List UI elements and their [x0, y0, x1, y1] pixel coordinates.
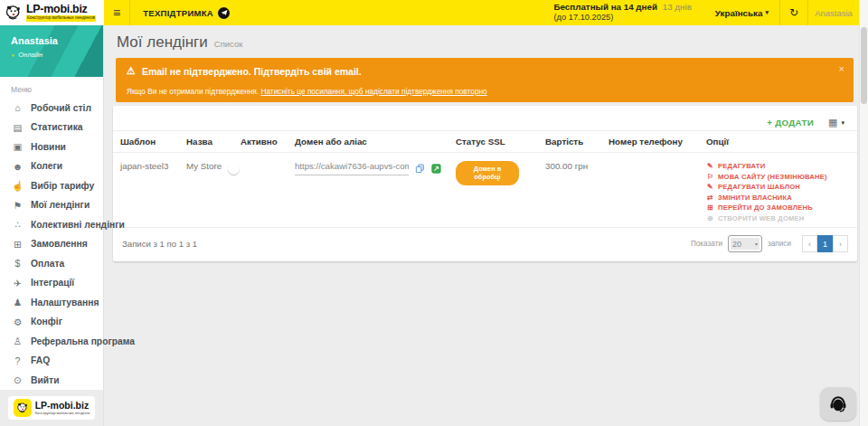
- create-web-domain-option: ⊕СТВОРИТИ WEB ДОМЕН: [706, 213, 850, 224]
- col-options: Опції: [699, 131, 857, 153]
- sidebar-nav: ⌂Робочий стіл ▤Статистика ▣Новини ☻Колег…: [0, 99, 103, 391]
- cart-icon: ⊞: [706, 203, 714, 213]
- sidebar-footer-logo: LP-mobi.biz Конструктор мобільних лендін…: [8, 396, 96, 420]
- close-icon[interactable]: ×: [839, 63, 844, 74]
- sidebar-item-dashboard[interactable]: ⌂Робочий стіл: [0, 99, 103, 118]
- sidebar-item-config[interactable]: ⚙Конфіг: [0, 312, 103, 332]
- telegram-icon: [218, 7, 230, 19]
- col-active: Активно: [233, 131, 288, 153]
- sidebar-item-logout[interactable]: ⊙Вийти: [0, 371, 103, 391]
- main-content: Мої лендінги Список ⚠ Email не підтвердж…: [104, 25, 859, 426]
- dollar-icon: $: [12, 258, 24, 269]
- chevron-down-icon: ▾: [755, 241, 758, 247]
- page-title: Мої лендінги: [117, 33, 208, 52]
- support-label: ТЕХПІДТРИМКА: [143, 8, 213, 18]
- col-phone: Номер телефону: [601, 131, 699, 153]
- sidebar-footer: LP-mobi.biz Конструктор мобільних лендін…: [0, 390, 103, 426]
- change-owner-option[interactable]: ⇄ЗМІНИТИ ВЛАСНИКА: [706, 193, 850, 204]
- sidebar-item-collective-landings[interactable]: ∴Колективні лендінги: [0, 215, 103, 235]
- integrations-icon: ✈: [12, 278, 24, 289]
- account-menu[interactable]: Anastasia: [808, 8, 859, 18]
- sidebar-item-my-landings[interactable]: ⚑Мої лендінги: [0, 195, 103, 215]
- pagination: ‹ 1 ›: [802, 235, 848, 252]
- row-options: ✎РЕДАГУВАТИ ⚐МОВА САЙТУ (НЕЗМІНЮВАНЕ) ✎Р…: [706, 161, 850, 223]
- dog-logo-icon: [5, 4, 23, 22]
- cell-price: 300.00 грн: [538, 153, 601, 228]
- edit-option[interactable]: ✎РЕДАГУВАТИ: [706, 161, 850, 172]
- records-info: Записи з 1 по 1 з 1: [122, 239, 197, 249]
- col-domain: Домен або аліас: [288, 131, 448, 153]
- sidebar-user-name: Anastasia: [11, 35, 103, 46]
- language-selector[interactable]: Українська ▾: [704, 8, 779, 18]
- resend-confirmation-link[interactable]: Натисніть це посилання, щоб надіслати пі…: [260, 87, 486, 96]
- brand-logo[interactable]: LP-mobi.biz Конструктор мобильных лендин…: [0, 0, 104, 25]
- landings-icon: ⚑: [12, 200, 24, 211]
- sidebar-user-panel: Anastasia ● Онлайн: [0, 25, 103, 77]
- sidebar-item-faq[interactable]: ?FAQ: [0, 351, 103, 371]
- question-icon: ?: [12, 355, 24, 366]
- sidebar-item-statistics[interactable]: ▤Статистика: [0, 118, 103, 137]
- dog-logo-icon: [14, 399, 32, 417]
- cell-phone: [601, 153, 699, 228]
- table-header-row: Шаблон Назва Активно Домен або аліас Ста…: [113, 131, 857, 153]
- page-size-select[interactable]: 20 ▾: [728, 235, 762, 252]
- support-button[interactable]: ТЕХПІДТРИМКА: [130, 7, 242, 19]
- column-settings-button[interactable]: ▦ ▾: [828, 117, 844, 128]
- online-status-icon: ●: [11, 52, 14, 58]
- show-label: Показати: [691, 240, 722, 248]
- sidebar-item-payment[interactable]: $Оплата: [0, 254, 103, 274]
- person-add-icon: ♙: [12, 336, 24, 346]
- open-site-icon[interactable]: [431, 164, 441, 175]
- domain-link[interactable]: https://cakawi7636-aupvs-com-42: [295, 161, 409, 175]
- sidebar-item-integrations[interactable]: ✈Інтеграції: [0, 273, 103, 293]
- cell-name: My Store: [179, 153, 233, 228]
- support-chat-widget[interactable]: [820, 387, 856, 421]
- prev-page-button[interactable]: ‹: [802, 235, 817, 252]
- edit-template-option[interactable]: ✎РЕДАГУВАТИ ШАБЛОН: [706, 182, 850, 193]
- sidebar-item-orders[interactable]: ⊞Замовлення: [0, 234, 103, 254]
- flag-icon: ⚐: [706, 172, 714, 183]
- colleagues-icon: ☻: [12, 161, 24, 172]
- sidebar-item-news[interactable]: ▣Новини: [0, 137, 103, 157]
- email-alert: ⚠ Email не підтверджено. Підтвердіть сві…: [116, 58, 854, 102]
- add-landing-button[interactable]: + ДОДАТИ: [767, 118, 814, 128]
- edit-icon: ✎: [706, 161, 714, 172]
- swap-icon: ⇄: [706, 193, 714, 204]
- news-icon: ▣: [12, 141, 24, 152]
- sidebar-item-settings[interactable]: ♟Налаштування: [0, 293, 103, 313]
- share-icon: ∴: [12, 219, 24, 230]
- scrollbar-thumb[interactable]: [861, 27, 867, 104]
- sidebar-item-tariff[interactable]: ☝Вибір тарифу: [0, 176, 103, 196]
- sidebar-item-referral[interactable]: ♙Реферальна програма: [0, 332, 103, 352]
- chevron-down-icon: ▾: [765, 9, 769, 16]
- go-to-orders-option[interactable]: ⊞ПЕРЕЙТИ ДО ЗАМОВЛЕНЬ: [706, 203, 850, 213]
- col-name: Назва: [179, 131, 233, 153]
- language-label: Українська: [715, 8, 763, 18]
- headset-icon: [828, 394, 848, 414]
- alert-body-text: Якщо Ви не отримали підтвердження.: [127, 87, 260, 96]
- footer-brand-subtitle: Конструктор мобільних лендінгів: [35, 412, 90, 415]
- grid-icon: ▦: [828, 117, 837, 128]
- records-label: записи: [768, 240, 791, 248]
- sidebar: Anastasia ● Онлайн Меню ⌂Робочий стіл ▤С…: [0, 25, 104, 426]
- footer-brand-title: LP-mobi.biz: [35, 401, 90, 411]
- ssl-status-badge: Домен в обробці: [456, 161, 519, 185]
- thumb-up-icon: ☝: [12, 180, 24, 192]
- warning-icon: ⚠: [127, 65, 136, 77]
- refresh-icon[interactable]: ↻: [780, 6, 807, 19]
- next-page-button[interactable]: ›: [833, 235, 848, 252]
- site-language-option[interactable]: ⚐МОВА САЙТУ (НЕЗМІНЮВАНЕ): [706, 172, 850, 183]
- sidebar-item-colleagues[interactable]: ☻Колеги: [0, 156, 103, 176]
- power-icon: ⊙: [12, 374, 24, 385]
- landings-card: + ДОДАТИ ▦ ▾ Шаблон Назва Активно Домен: [113, 106, 857, 261]
- page-1-button[interactable]: 1: [817, 235, 833, 252]
- hamburger-menu-icon[interactable]: ≡: [104, 5, 129, 20]
- trial-days-left: 13 днів: [663, 2, 692, 12]
- trial-until-date: (до 17.10.2025): [553, 13, 691, 24]
- sidebar-user-status: Онлайн: [18, 51, 42, 59]
- app-window: LP-mobi.biz Конструктор мобильных лендин…: [0, 0, 868, 426]
- menu-section-label: Меню: [0, 77, 103, 99]
- alert-title: Email не підтверджено. Підтвердіть свій …: [142, 66, 362, 77]
- copy-icon[interactable]: [415, 164, 425, 175]
- gear-icon: ⚙: [12, 317, 24, 327]
